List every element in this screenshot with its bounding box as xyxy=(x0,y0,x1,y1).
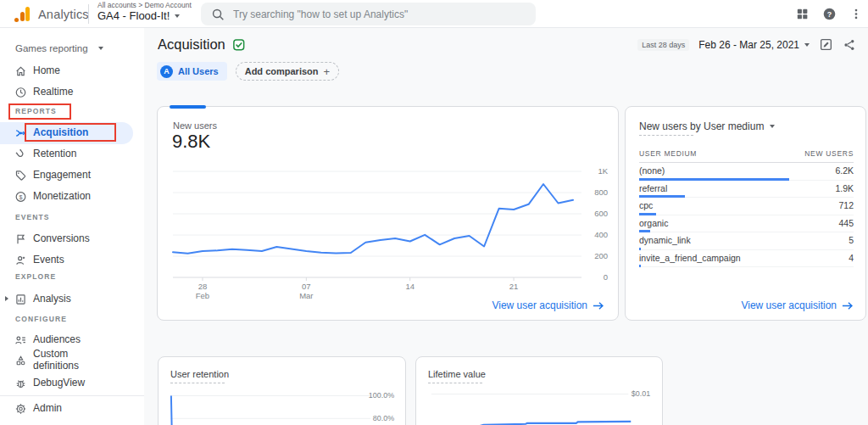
svg-text:07: 07 xyxy=(302,282,311,291)
dashed-underline xyxy=(639,135,693,136)
svg-text:14: 14 xyxy=(405,282,415,291)
bug-icon xyxy=(14,377,27,390)
medium-label: organic xyxy=(639,218,668,228)
report-content: Acquisition Last 28 days Feb 26 - Mar 25… xyxy=(144,28,868,425)
link-label: View user acquisition xyxy=(741,299,837,311)
table-dimension-selector[interactable]: New users by User medium xyxy=(639,120,775,132)
sidebar-item-admin[interactable]: Admin xyxy=(0,398,144,419)
user-retention-card: User retention 100.0%80.0% xyxy=(158,356,406,425)
medium-bar xyxy=(639,265,641,267)
more-options-kebab-icon[interactable] xyxy=(849,7,863,21)
medium-table-row: invite_a_friend_campaign4 xyxy=(639,250,854,268)
svg-text:1K: 1K xyxy=(598,166,608,176)
table-header-row: USER MEDIUM NEW USERS xyxy=(639,144,854,163)
workspace-label: Games reporting xyxy=(15,43,88,53)
search-icon xyxy=(211,8,225,21)
analysis-icon xyxy=(14,293,27,306)
sidebar-item-monetization[interactable]: $ Monetization xyxy=(0,186,144,207)
magnet-icon xyxy=(14,148,27,161)
svg-text:?: ? xyxy=(827,10,832,19)
sidebar-item-label: Conversions xyxy=(33,233,90,245)
table-body: (none)6.2Kreferral1.9Kcpc712organic445dy… xyxy=(639,163,854,267)
svg-text:Mar: Mar xyxy=(299,291,313,300)
svg-text:200: 200 xyxy=(594,251,608,260)
sidebar-item-engagement[interactable]: Engagement xyxy=(0,165,144,186)
sidebar-item-label: Home xyxy=(33,65,60,77)
gear-icon xyxy=(14,402,27,416)
sidebar-item-home[interactable]: Home xyxy=(0,60,144,81)
sidebar-item-label: Custom definitions xyxy=(33,349,92,372)
workspace-selector[interactable]: Games reporting xyxy=(15,40,103,57)
shapes-icon xyxy=(14,354,27,367)
svg-text:28: 28 xyxy=(198,282,208,291)
page-title: Acquisition xyxy=(158,36,225,53)
medium-value: 4 xyxy=(849,253,854,263)
user-retention-chart: 100.0%80.0% xyxy=(159,374,405,425)
share-icon[interactable] xyxy=(843,38,856,52)
dollar-circle-icon: $ xyxy=(14,190,27,204)
ga4-analytics-screen: Analytics All accounts > Demo Account GA… xyxy=(0,0,868,425)
column-header: NEW USERS xyxy=(804,149,854,158)
flag-icon xyxy=(14,232,27,246)
medium-table-row: cpc712 xyxy=(639,198,854,215)
product-name: Analytics xyxy=(38,8,89,21)
view-user-acquisition-link[interactable]: View user acquisition xyxy=(492,299,604,311)
medium-value: 1.9K xyxy=(835,183,854,193)
sidebar-item-label: Admin xyxy=(33,403,62,415)
sidebar-item-realtime[interactable]: Realtime xyxy=(0,81,144,103)
chevron-down-icon xyxy=(804,43,810,47)
sidebar-item-analysis[interactable]: Analysis xyxy=(0,288,144,310)
medium-label: referral xyxy=(639,183,667,193)
svg-text:$0.01: $0.01 xyxy=(632,390,650,399)
new-users-card: New users 9.8K 02004006008001K28Feb07Mar… xyxy=(157,106,619,321)
account-property-selector[interactable]: All accounts > Demo Account GA4 - Flood-… xyxy=(97,2,192,23)
date-range-selector[interactable]: Feb 26 - Mar 25, 2021 xyxy=(698,39,810,51)
apps-grid-icon[interactable] xyxy=(795,7,810,21)
sidebar-item-conversions[interactable]: Conversions xyxy=(0,228,144,249)
analytics-logo-home-link[interactable]: Analytics xyxy=(14,0,89,28)
person-star-icon xyxy=(14,254,27,267)
column-header: USER MEDIUM xyxy=(639,149,697,158)
chip-label: All Users xyxy=(178,66,219,76)
sidebar-item-acquisition[interactable]: Acquisition xyxy=(0,122,144,144)
divider xyxy=(88,4,89,24)
report-header: Acquisition xyxy=(158,36,246,53)
customize-report-icon[interactable] xyxy=(819,37,833,52)
new-users-line-chart: 02004006008001K28Feb07Mar1421 xyxy=(158,161,620,305)
audiences-icon xyxy=(14,333,27,347)
sidebar-item-label: Audiences xyxy=(33,334,81,346)
sidebar-item-custom-definitions[interactable]: Custom definitions xyxy=(0,348,144,372)
lifetime-value-chart: $0.01 xyxy=(416,374,662,425)
search-input[interactable] xyxy=(233,8,526,20)
sidebar-item-events[interactable]: Events xyxy=(0,249,144,271)
arrow-right-icon xyxy=(842,301,854,310)
view-user-acquisition-link[interactable]: View user acquisition xyxy=(741,299,854,311)
svg-text:80.0%: 80.0% xyxy=(373,414,394,422)
svg-text:800: 800 xyxy=(594,187,608,197)
search-bar[interactable] xyxy=(201,3,536,25)
medium-value: 6.2K xyxy=(835,165,854,176)
help-icon[interactable]: ? xyxy=(822,7,837,21)
comparison-chips: A All Users Add comparison + xyxy=(157,62,339,81)
add-comparison-chip[interactable]: Add comparison + xyxy=(236,62,339,81)
medium-value: 445 xyxy=(838,218,854,228)
sidebar-item-debugview[interactable]: DebugView xyxy=(0,372,144,394)
chip-label: Add comparison xyxy=(245,66,319,76)
medium-label: (none) xyxy=(639,165,665,176)
sidebar-nav: Games reporting Home Realtime REPORTS xyxy=(0,28,144,425)
expand-chevron-icon[interactable] xyxy=(5,296,8,301)
svg-text:$: $ xyxy=(19,193,23,200)
new-users-by-medium-card: New users by User medium USER MEDIUM NEW… xyxy=(625,106,866,321)
data-quality-badge-icon xyxy=(232,38,246,52)
medium-label: dynamic_link xyxy=(639,235,691,245)
arrow-right-icon xyxy=(593,301,604,310)
sidebar-item-label: Realtime xyxy=(33,87,73,98)
section-header-configure: CONFIGURE xyxy=(15,315,67,323)
tag-icon xyxy=(14,169,27,182)
divider xyxy=(0,395,144,396)
svg-text:0: 0 xyxy=(604,272,608,282)
svg-text:100.0%: 100.0% xyxy=(369,391,394,400)
home-icon xyxy=(14,64,27,78)
all-users-chip[interactable]: A All Users xyxy=(157,62,227,81)
sidebar-item-retention[interactable]: Retention xyxy=(0,143,144,165)
